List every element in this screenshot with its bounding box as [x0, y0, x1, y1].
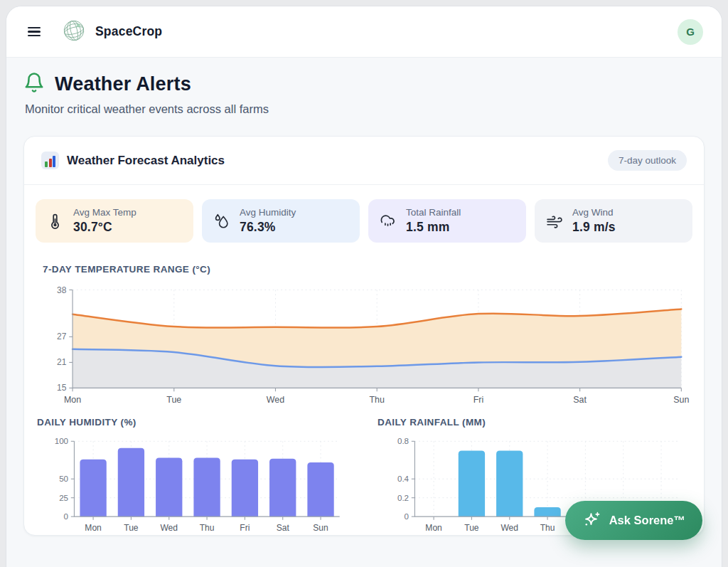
brand-name: SpaceCrop: [95, 24, 162, 39]
svg-text:38: 38: [57, 285, 67, 295]
svg-text:Sat: Sat: [573, 395, 587, 405]
svg-text:Thu: Thu: [369, 395, 385, 405]
humidity-chart-title: DAILY HUMIDITY (%): [37, 417, 350, 428]
page-title: Weather Alerts: [55, 73, 191, 95]
bell-icon: [23, 72, 45, 96]
user-avatar[interactable]: G: [678, 19, 703, 45]
sparkle-icon: [582, 511, 601, 530]
analytics-card-header: Weather Forecast Analytics 7-day outlook: [24, 137, 704, 185]
svg-text:Fri: Fri: [240, 523, 250, 533]
svg-text:50: 50: [59, 474, 68, 483]
svg-text:Wed: Wed: [160, 523, 178, 533]
svg-text:Sun: Sun: [313, 523, 328, 533]
stats-row: Avg Max Temp 30.7°C Avg Humidity: [36, 199, 692, 243]
svg-text:Fri: Fri: [473, 395, 484, 405]
stat-total-rainfall: Total Rainfall 1.5 mm: [368, 199, 526, 243]
stat-value: 76.3%: [240, 220, 296, 235]
rain-cloud-icon: [379, 212, 397, 230]
svg-text:0: 0: [64, 512, 68, 521]
svg-text:100: 100: [55, 436, 68, 445]
svg-text:Tue: Tue: [464, 523, 479, 533]
svg-text:Wed: Wed: [500, 523, 518, 533]
temperature-chart-title: 7-DAY TEMPERATURE RANGE (°C): [43, 264, 685, 275]
page-subtitle: Monitor critical weather events across a…: [25, 102, 705, 116]
ask-sorene-label: Ask Sorene™: [609, 514, 685, 527]
svg-text:Thu: Thu: [200, 523, 215, 533]
analytics-card-title: Weather Forecast Analytics: [67, 154, 225, 168]
svg-text:21: 21: [57, 357, 67, 367]
stat-label: Avg Wind: [572, 207, 616, 218]
svg-text:15: 15: [57, 383, 67, 393]
svg-text:Sat: Sat: [277, 523, 290, 533]
humidity-chart-panel: DAILY HUMIDITY (%) 02550100MonTueWedThuF…: [36, 417, 352, 535]
svg-text:Mon: Mon: [85, 523, 101, 533]
svg-text:0.2: 0.2: [397, 493, 409, 502]
stat-label: Avg Max Temp: [73, 207, 136, 218]
stat-avg-wind: Avg Wind 1.9 m/s: [535, 199, 692, 243]
bar-chart-icon: [41, 152, 59, 169]
brand: SpaceCrop: [60, 17, 162, 47]
humidity-chart: 02550100MonTueWedThuFriSatSun: [36, 435, 352, 535]
analytics-card-body: Avg Max Temp 30.7°C Avg Humidity: [24, 185, 704, 535]
svg-text:0.8: 0.8: [397, 436, 409, 445]
outlook-badge: 7-day outlook: [608, 150, 687, 171]
stat-value: 30.7°C: [73, 220, 136, 235]
svg-text:Mon: Mon: [64, 395, 81, 405]
rainfall-chart-title: DAILY RAINFALL (MM): [378, 417, 691, 428]
droplet-icon: [213, 212, 230, 230]
svg-text:Sun: Sun: [673, 395, 689, 405]
stat-avg-max-temp: Avg Max Temp 30.7°C: [36, 199, 193, 243]
stat-value: 1.9 m/s: [572, 220, 616, 235]
svg-text:0.4: 0.4: [397, 474, 410, 483]
svg-text:Tue: Tue: [124, 523, 139, 533]
stat-avg-humidity: Avg Humidity 76.3%: [202, 199, 360, 243]
svg-text:Wed: Wed: [267, 395, 284, 405]
globe-logo: [60, 17, 87, 47]
top-header: SpaceCrop G: [6, 6, 722, 58]
svg-text:27: 27: [57, 332, 67, 341]
wind-icon: [545, 212, 563, 230]
page-head: Weather Alerts Monitor critical weather …: [23, 72, 705, 116]
stat-value: 1.5 mm: [406, 220, 461, 235]
svg-text:Mon: Mon: [425, 523, 441, 533]
analytics-card: Weather Forecast Analytics 7-day outlook: [23, 136, 705, 536]
svg-text:25: 25: [59, 493, 68, 502]
stat-label: Avg Humidity: [240, 207, 296, 218]
stat-label: Total Rainfall: [406, 207, 461, 218]
ask-sorene-button[interactable]: Ask Sorene™: [565, 501, 702, 540]
thermometer-icon: [46, 212, 64, 230]
svg-text:Thu: Thu: [540, 523, 555, 533]
main-content: Weather Alerts Monitor critical weather …: [6, 58, 722, 536]
avatar-initial: G: [686, 26, 695, 38]
app-window: SpaceCrop G Weather Alerts Monitor criti…: [6, 6, 722, 567]
svg-text:Tue: Tue: [166, 395, 181, 405]
svg-text:0: 0: [405, 512, 409, 521]
temperature-chart: 15212738MonTueWedThuFriSatSun: [36, 282, 692, 407]
menu-icon[interactable]: [25, 24, 43, 40]
